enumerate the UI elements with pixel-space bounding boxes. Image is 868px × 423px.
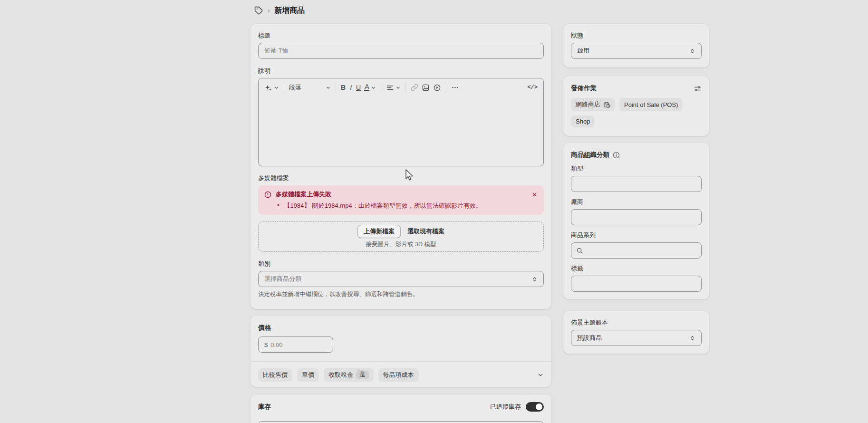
tags-input[interactable] [571,276,702,292]
paragraph-style-label: 段落 [289,83,301,92]
channel-pos-badge[interactable]: Point of Sale (POS) [619,98,683,111]
channel-label: 網路商店 [576,100,600,109]
error-bullet: • [277,202,280,210]
publishing-heading: 發佈作業 [571,84,597,93]
organization-heading: 商品組織分類 [571,150,609,160]
chevron-down-icon[interactable] [537,372,544,378]
price-placeholder: 0.00 [270,341,282,348]
italic-icon[interactable]: I [349,84,353,91]
unfold-icon [531,276,538,282]
theme-template-label: 佈景主題範本 [571,318,702,327]
media-upload-error-banner: 多媒體檔案上傳失敗 • 【1984】-關於1984.mp4：由於檔案類型無效，所… [258,185,544,215]
status-card: 狀態 啟用 [563,24,709,67]
cost-per-item-badge[interactable]: 每品項成本 [378,368,419,382]
unit-price-badge[interactable]: 單價 [297,368,319,382]
toolbar-separator [381,83,381,92]
pricing-card: 價格 $ 0.00 比較售價 單價 收取稅金 是 每品項成本 [251,316,551,387]
description-label: 說明 [258,67,544,75]
inventory-partial-input[interactable] [258,421,544,423]
calendar-clock-icon [603,101,610,108]
unfold-icon [689,335,695,341]
description-editor[interactable]: 段落 B I U A [258,78,544,166]
info-icon[interactable] [613,152,620,159]
track-inventory-toggle[interactable] [526,402,544,412]
product-details-card: 標題 短袖 T恤 說明 段落 B I U A [251,24,551,309]
vendor-input[interactable] [571,209,702,225]
close-icon[interactable] [531,191,538,198]
tag-icon[interactable] [254,6,263,15]
collections-input[interactable] [571,242,702,259]
unfold-icon [689,48,695,54]
price-input[interactable]: $ 0.00 [258,336,333,353]
align-icon[interactable] [386,84,401,92]
category-help-text: 決定稅率並新增中繼欄位，以改善搜尋、篩選和跨管道銷售。 [258,290,544,298]
play-circle-icon[interactable] [433,84,441,92]
breadcrumb-separator: › [268,6,270,14]
ai-sparkle-icon[interactable] [264,84,279,92]
alert-circle-icon [264,191,272,199]
link-icon [411,84,418,91]
more-icon[interactable]: ⋯ [451,83,459,92]
underline-icon[interactable]: U [356,84,361,91]
editor-toolbar: 段落 B I U A [259,78,543,96]
type-input[interactable] [571,176,702,192]
charge-tax-badge[interactable]: 收取稅金 是 [324,368,374,382]
page-title: 新增商品 [274,6,305,16]
sliders-icon[interactable] [694,85,702,93]
title-placeholder: 短袖 T恤 [264,47,289,55]
inventory-heading: 庫存 [258,402,271,412]
category-select[interactable]: 選擇商品分類 [258,271,544,287]
publishing-card: 發佈作業 網路商店 Point of Sale (POS) Shop [563,76,709,136]
publishing-header-row: 發佈作業 [571,84,702,93]
toolbar-separator [284,83,284,92]
tags-label: 標籤 [571,264,702,273]
media-dropzone[interactable]: 上傳新檔案 選取現有檔案 接受圖片、影片或 3D 模型 [258,221,544,252]
charge-tax-label: 收取稅金 [328,371,353,379]
pricing-collapsed-row: 比較售價 單價 收取稅金 是 每品項成本 [258,368,544,382]
pricing-heading: 價格 [258,323,544,333]
text-color-icon[interactable]: A [364,84,376,91]
toolbar-separator [405,83,406,92]
code-icon[interactable]: </> [527,84,538,91]
text-color-letter: A [364,84,369,91]
publishing-channels: 網路商店 Point of Sale (POS) Shop [571,98,702,127]
media-accept-hint: 接受圖片、影片或 3D 模型 [366,240,436,249]
status-label: 狀態 [571,31,702,40]
organization-card: 商品組織分類 類型 廠商 商品系列 標籤 [563,143,709,299]
inventory-card: 庫存 已追蹤庫存 [251,394,551,423]
theme-template-select[interactable]: 預設商品 [571,330,702,346]
type-label: 類型 [571,164,702,173]
select-existing-file-button[interactable]: 選取現有檔案 [407,227,444,236]
title-label: 標題 [258,31,544,40]
toolbar-separator [336,83,336,92]
inventory-header-row: 庫存 已追蹤庫存 [258,402,544,412]
organization-header-row: 商品組織分類 [571,150,702,160]
compare-at-price-badge[interactable]: 比較售價 [258,368,292,382]
description-textarea[interactable] [259,96,543,166]
theme-template-value: 預設商品 [577,334,602,342]
charge-tax-value: 是 [356,370,369,379]
divider [251,361,551,362]
breadcrumb: › 新增商品 [254,6,305,16]
search-icon [576,247,583,254]
theme-template-card: 佈景主題範本 預設商品 [563,311,709,354]
status-select[interactable]: 啟用 [571,43,702,59]
paragraph-style-dropdown[interactable]: 段落 [289,83,331,92]
track-inventory-label: 已追蹤庫存 [490,403,521,411]
error-banner-title: 多媒體檔案上傳失敗 [276,190,527,199]
category-placeholder: 選擇商品分類 [264,275,301,283]
collections-label: 商品系列 [571,231,702,240]
add-product-page: › 新增商品 標題 短袖 T恤 說明 段落 B I U [0,0,868,423]
channel-online-store-badge[interactable]: 網路商店 [571,98,615,111]
title-input[interactable]: 短袖 T恤 [258,43,544,59]
status-value: 啟用 [577,47,589,55]
channel-shop-badge[interactable]: Shop [571,115,595,127]
toolbar-separator [446,83,446,92]
bold-icon[interactable]: B [341,84,346,91]
image-icon[interactable] [422,84,430,92]
error-banner-item: 【1984】-關於1984.mp4：由於檔案類型無效，所以無法確認影片有效。 [284,202,482,210]
upload-new-file-button[interactable]: 上傳新檔案 [357,225,401,238]
currency-prefix: $ [264,341,268,348]
media-label: 多媒體檔案 [258,174,544,183]
vendor-label: 廠商 [571,198,702,206]
